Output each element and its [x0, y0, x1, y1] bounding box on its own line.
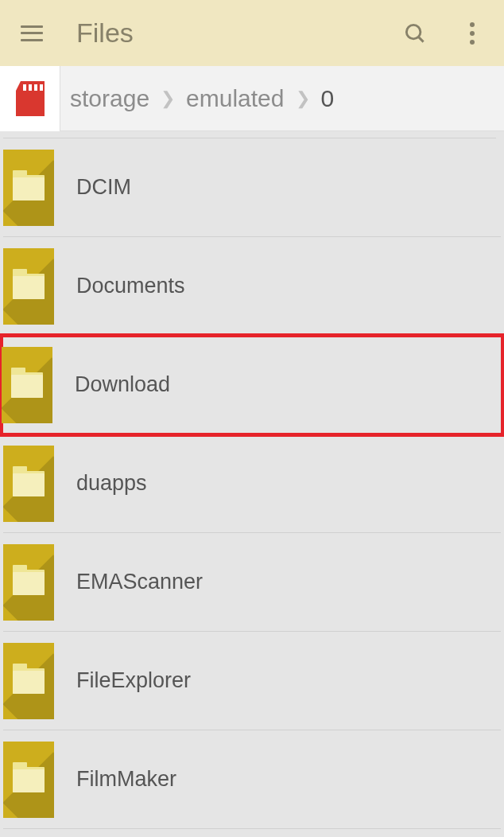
more-vertical-icon: [470, 22, 475, 45]
svg-rect-3: [29, 84, 32, 91]
folder-name: FilmMaker: [76, 767, 176, 792]
folder-name: Documents: [76, 274, 185, 298]
folder-icon: [3, 446, 54, 522]
folder-item[interactable]: EMAScanner: [3, 533, 501, 632]
folder-name: FileExplorer: [76, 668, 191, 693]
storage-root-button[interactable]: [0, 66, 60, 131]
folder-icon: [3, 150, 54, 226]
folder-icon: [3, 248, 54, 325]
breadcrumb-segment[interactable]: storage: [70, 85, 149, 112]
breadcrumb-path: storage ❯ emulated ❯ 0: [60, 85, 334, 112]
folder-icon: [3, 544, 54, 621]
app-title: Files: [76, 18, 134, 49]
folder-name: duapps: [76, 471, 147, 496]
breadcrumb-segment-current: 0: [321, 85, 335, 112]
hamburger-icon: [21, 25, 43, 41]
folder-icon: [3, 742, 54, 818]
breadcrumb-segment[interactable]: emulated: [186, 85, 284, 112]
folder-item-highlighted[interactable]: Download: [2, 336, 502, 434]
folder-item[interactable]: Documents: [3, 237, 501, 336]
app-header: Files: [0, 0, 504, 66]
folder-item[interactable]: duapps: [3, 434, 501, 533]
folder-name: DCIM: [76, 175, 131, 200]
breadcrumb-bar: storage ❯ emulated ❯ 0: [0, 66, 504, 131]
chevron-right-icon: ❯: [296, 88, 310, 109]
svg-point-0: [406, 25, 421, 39]
folder-icon: [3, 643, 54, 719]
header-actions: [396, 14, 491, 53]
folder-item[interactable]: FilmMaker: [3, 730, 501, 829]
folder-item[interactable]: FileExplorer: [3, 632, 501, 730]
chevron-right-icon: ❯: [161, 88, 175, 109]
search-button[interactable]: [396, 14, 434, 53]
menu-button[interactable]: [13, 14, 51, 53]
folder-name: Download: [75, 372, 170, 397]
sd-card-icon: [16, 81, 45, 116]
svg-rect-5: [40, 84, 43, 91]
svg-line-1: [418, 37, 423, 41]
svg-rect-2: [23, 84, 26, 91]
more-options-button[interactable]: [453, 14, 491, 53]
folder-list: DCIM Documents Download duapps EMAScanne…: [0, 131, 504, 829]
folder-icon: [2, 347, 52, 423]
search-icon: [403, 21, 427, 45]
folder-name: EMAScanner: [76, 570, 203, 594]
svg-rect-4: [34, 84, 37, 91]
folder-item[interactable]: DCIM: [3, 138, 501, 237]
